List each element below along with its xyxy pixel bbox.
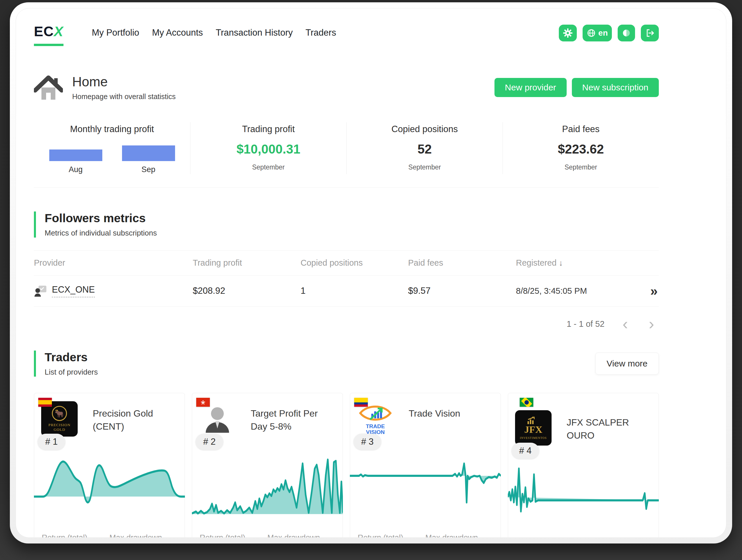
return-label: Return (total) (42, 534, 110, 538)
nav-menu: My Portfolio My Accounts Transaction His… (92, 27, 336, 38)
copied-positions-value: 52 (347, 142, 502, 157)
home-icon (34, 74, 63, 101)
rank-badge: # 4 (512, 443, 539, 459)
drawdown-label: Max drawdown (268, 534, 335, 538)
spain-flag-icon (38, 398, 52, 407)
cell-trading-profit: $208.92 (193, 286, 301, 296)
trader-card-target-profit[interactable]: * # 2 Target Profit Per Day 5-8% (192, 393, 343, 538)
bar-label-aug: Aug (49, 165, 102, 174)
nav-item-traders[interactable]: Traders (306, 27, 336, 38)
new-provider-button[interactable]: New provider (494, 78, 567, 97)
monthly-trading-profit-block: Monthly trading profit Aug Sep (34, 122, 190, 174)
trader-name: Target Profit Per Day 5-8% (251, 393, 335, 433)
top-navbar: ECX My Portfolio My Accounts Transaction… (34, 24, 659, 46)
stat-period: September (347, 163, 502, 171)
stat-label: Copied positions (347, 124, 502, 134)
drawdown-label: Max drawdown (425, 534, 493, 538)
hong-kong-flag-icon: * (196, 398, 210, 407)
globe-icon (587, 29, 596, 38)
theme-half-circle-icon (622, 29, 631, 38)
provider-contact-icon (34, 284, 47, 297)
trader-cards: 🐂 PRECISION GOLD # 1 Precision Gold (CEN… (34, 393, 659, 538)
sort-desc-icon: ↓ (559, 259, 563, 267)
trading-profit-block: Trading profit $10,000.31 September (190, 122, 347, 174)
trading-profit-value: $10,000.31 (191, 142, 347, 157)
avatar-text: JFX (524, 424, 542, 435)
col-paid-fees: Paid fees (408, 258, 516, 268)
cell-registered: 8/8/25, 3:45:05 PM (516, 286, 633, 296)
page-subtitle: Homepage with overall statistics (72, 93, 176, 101)
rank-badge: # 3 (354, 434, 381, 450)
nav-action-buttons: en (559, 24, 659, 42)
bar-aug (49, 150, 102, 161)
traders-section-header: Traders List of providers View more (34, 332, 659, 377)
equity-sparkline-chart (350, 456, 501, 521)
col-trading-profit: Trading profit (193, 258, 301, 268)
stat-label: Paid fees (503, 124, 659, 134)
language-button[interactable]: en (583, 24, 612, 42)
new-subscription-button[interactable]: New subscription (572, 78, 659, 97)
pagination-range: 1 - 1 of 52 (567, 319, 604, 329)
copied-positions-block: Copied positions 52 September (347, 122, 502, 174)
device-frame: ECX My Portfolio My Accounts Transaction… (10, 2, 732, 544)
brazil-flag-icon (520, 398, 533, 407)
avatar-text: GOLD (54, 427, 65, 432)
logout-button[interactable] (641, 24, 659, 42)
pagination-prev-icon[interactable]: ‹ (618, 316, 633, 332)
equity-sparkline-chart (192, 456, 343, 521)
col-registered[interactable]: Registered↓ (516, 258, 633, 268)
followers-metrics-title: Followers metrics (45, 212, 659, 225)
language-code: en (598, 29, 608, 38)
table-header-row: Provider Trading profit Copied positions… (34, 250, 659, 276)
trader-avatar: JFX INVESTIMENTOS (515, 410, 551, 446)
traders-subtitle: List of providers (45, 368, 98, 377)
trader-name: Precision Gold (CENT) (93, 393, 177, 433)
avatar-text: INVESTIMENTOS (520, 436, 547, 440)
pagination-next-icon[interactable]: › (644, 316, 659, 332)
logo-text-x: X (54, 24, 63, 39)
overview-stats: Monthly trading profit Aug Sep Trading p… (34, 122, 659, 188)
open-row-chevrons-icon[interactable]: » (650, 283, 659, 299)
trader-name: Trade Vision (409, 393, 493, 420)
logo-text: TRADE (366, 423, 385, 429)
logo-text-ec: EC (34, 24, 54, 39)
gear-icon (563, 28, 573, 38)
stat-period: September (503, 163, 659, 171)
nav-item-my-portfolio[interactable]: My Portfolio (92, 27, 140, 38)
monthly-bar-chart (34, 145, 190, 161)
paid-fees-value: $223.62 (503, 142, 659, 157)
traders-title: Traders (45, 350, 98, 364)
app-canvas: ECX My Portfolio My Accounts Transaction… (16, 8, 726, 538)
col-copied-positions: Copied positions (301, 258, 408, 268)
equity-sparkline-chart (508, 465, 659, 529)
trader-card-precision-gold[interactable]: 🐂 PRECISION GOLD # 1 Precision Gold (CEN… (34, 393, 185, 538)
return-label: Return (total) (200, 534, 268, 538)
nav-item-my-accounts[interactable]: My Accounts (152, 27, 203, 38)
trader-name: JFX SCALPER OURO (567, 402, 651, 442)
trader-card-jfx-scalper[interactable]: JFX INVESTIMENTOS # 4 JFX SCALPER OURO (508, 393, 659, 538)
colombia-flag-icon (354, 398, 368, 407)
bull-logo-icon: 🐂 (52, 406, 67, 421)
monthly-chart-title: Monthly trading profit (34, 124, 190, 134)
stat-label: Trading profit (191, 124, 347, 134)
view-more-button[interactable]: View more (595, 352, 659, 375)
paid-fees-block: Paid fees $223.62 September (502, 122, 659, 174)
gold-chart-icon (527, 416, 540, 424)
settings-button[interactable] (559, 24, 577, 42)
equity-sparkline-chart (34, 456, 185, 521)
theme-toggle-button[interactable] (618, 24, 635, 42)
provider-link[interactable]: ECX_ONE (52, 284, 95, 297)
logout-icon (645, 28, 655, 38)
followers-table: Provider Trading profit Copied positions… (34, 250, 659, 332)
nav-item-transaction-history[interactable]: Transaction History (216, 27, 293, 38)
trader-card-trade-vision[interactable]: TRADE VISION # 3 Trade Vision Return (350, 393, 501, 538)
stat-period: September (191, 163, 347, 171)
ecx-logo[interactable]: ECX (34, 24, 63, 46)
cell-copied-positions: 1 (301, 286, 408, 296)
avatar-text: PRECISION (48, 423, 70, 427)
bar-sep (122, 146, 175, 161)
rank-badge: # 1 (38, 434, 65, 450)
page-title: Home (72, 74, 176, 90)
col-provider: Provider (34, 258, 193, 268)
col-registered-label: Registered (516, 258, 556, 267)
